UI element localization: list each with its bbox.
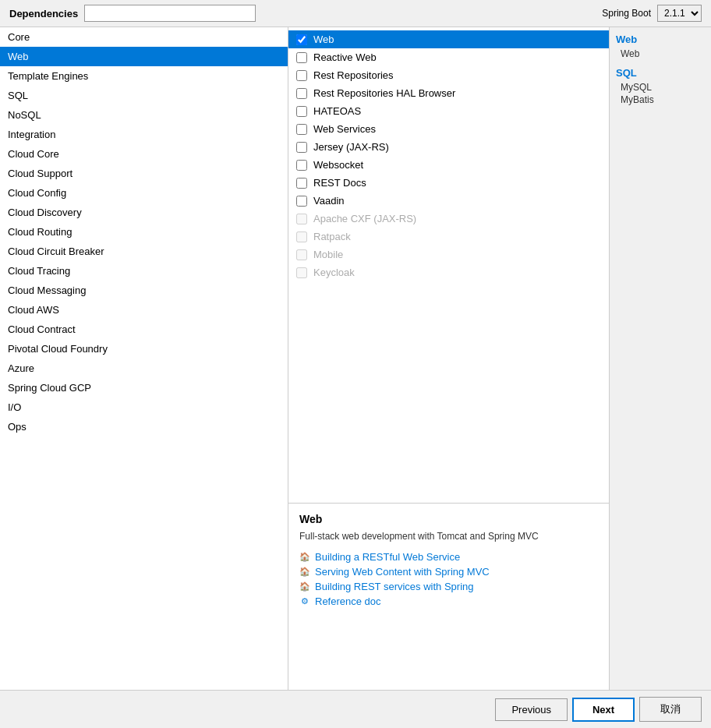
sidebar-item-cloud-contract[interactable]: Cloud Contract [0, 320, 288, 339]
sidebar-item-integration[interactable]: Integration [0, 125, 288, 144]
sidebar-item-template-engines[interactable]: Template Engines [0, 66, 288, 86]
sidebar-item-cloud-discovery[interactable]: Cloud Discovery [0, 203, 288, 222]
sidebar-item-cloud-core[interactable]: Cloud Core [0, 144, 288, 164]
dep-item-vaadin[interactable]: Vaadin [288, 192, 609, 210]
sidebar-item-nosql[interactable]: NoSQL [0, 105, 288, 125]
dep-label-rest-docs: REST Docs [313, 177, 366, 189]
dep-label-rest-repositories: Rest Repositories [313, 69, 394, 81]
dep-item-rest-docs[interactable]: REST Docs [288, 174, 609, 192]
dep-item-jersey[interactable]: Jersey (JAX-RS) [288, 138, 609, 156]
right-dep-tag: MySQL [616, 82, 705, 93]
sidebar-item-io[interactable]: I/O [0, 398, 288, 417]
dep-label-web-services: Web Services [313, 123, 376, 135]
sidebar-item-spring-cloud-gcp[interactable]: Spring Cloud GCP [0, 378, 288, 398]
dep-label-websocket: Websocket [313, 159, 363, 171]
info-link-label-rest-spring: Building REST services with Spring [315, 581, 474, 592]
dep-checkbox-websocket[interactable] [296, 160, 307, 171]
spring-boot-label: Spring Boot [602, 8, 651, 19]
info-link-label-mvc: Serving Web Content with Spring MVC [315, 566, 490, 578]
dep-item-web-services[interactable]: Web Services [288, 120, 609, 138]
dependencies-label: Dependencies [9, 8, 78, 19]
deps-list: WebReactive WebRest RepositoriesRest Rep… [288, 27, 609, 503]
sidebar-item-cloud-config[interactable]: Cloud Config [0, 183, 288, 203]
sidebar-item-cloud-routing[interactable]: Cloud Routing [0, 222, 288, 242]
sidebar-item-azure[interactable]: Azure [0, 359, 288, 378]
sidebar-item-cloud-aws[interactable]: Cloud AWS [0, 300, 288, 320]
dep-info: Web Full-stack web development with Tomc… [288, 503, 609, 690]
content-area: CoreWebTemplate EnginesSQLNoSQLIntegrati… [0, 27, 711, 690]
dep-label-apache-cxf: Apache CXF (JAX-RS) [313, 213, 416, 224]
dep-item-web[interactable]: Web [288, 30, 609, 48]
info-link-label-ref-doc: Reference doc [315, 595, 381, 607]
home-icon: 🏠 [299, 551, 310, 562]
dep-checkbox-rest-docs[interactable] [296, 178, 307, 189]
gear-icon: ⚙ [299, 595, 310, 606]
left-panel: CoreWebTemplate EnginesSQLNoSQLIntegrati… [0, 27, 288, 690]
dep-item-rest-repositories[interactable]: Rest Repositories [288, 66, 609, 84]
dep-item-hateoas[interactable]: HATEOAS [288, 102, 609, 120]
dep-label-keycloak: Keycloak [313, 267, 355, 278]
right-panel: WebWebSQLMySQLMyBatis [610, 27, 711, 690]
dep-item-keycloak[interactable]: Keycloak [288, 263, 609, 281]
dep-checkbox-rest-repositories-hal[interactable] [296, 88, 307, 99]
dep-checkbox-mobile [296, 249, 307, 260]
dep-item-apache-cxf[interactable]: Apache CXF (JAX-RS) [288, 210, 609, 228]
dep-item-ratpack[interactable]: Ratpack [288, 228, 609, 246]
dep-checkbox-reactive-web[interactable] [296, 52, 307, 63]
dep-checkbox-web-services[interactable] [296, 124, 307, 135]
header-row: Dependencies Spring Boot 2.1.1 [0, 0, 711, 27]
sidebar-item-cloud-circuit-breaker[interactable]: Cloud Circuit Breaker [0, 242, 288, 261]
sidebar-item-cloud-support[interactable]: Cloud Support [0, 164, 288, 183]
next-button[interactable]: Next [572, 698, 635, 722]
sidebar-item-web[interactable]: Web [0, 47, 288, 66]
right-dep-tag: MyBatis [616, 94, 705, 105]
right-section-web: WebWeb [616, 34, 705, 59]
dep-checkbox-ratpack [296, 231, 307, 242]
sidebar-item-sql[interactable]: SQL [0, 86, 288, 105]
info-link-ref-doc[interactable]: ⚙Reference doc [299, 595, 598, 607]
home-icon: 🏠 [299, 566, 310, 577]
right-section-sql: SQLMySQLMyBatis [616, 67, 705, 105]
info-link-label-restful: Building a RESTful Web Service [315, 551, 460, 563]
dep-checkbox-keycloak [296, 267, 307, 278]
sidebar-item-ops[interactable]: Ops [0, 417, 288, 436]
dep-item-rest-repositories-hal[interactable]: Rest Repositories HAL Browser [288, 84, 609, 102]
dep-label-mobile: Mobile [313, 249, 343, 260]
info-link-rest-spring[interactable]: 🏠Building REST services with Spring [299, 581, 598, 592]
search-input[interactable] [84, 5, 256, 22]
dep-label-ratpack: Ratpack [313, 231, 351, 242]
right-section-title-sql: SQL [616, 67, 705, 79]
dep-checkbox-rest-repositories[interactable] [296, 70, 307, 81]
cancel-button[interactable]: 取消 [639, 697, 702, 722]
dep-label-web: Web [313, 34, 334, 45]
sidebar-item-cloud-messaging[interactable]: Cloud Messaging [0, 281, 288, 300]
dep-label-vaadin: Vaadin [313, 195, 345, 207]
dep-checkbox-vaadin[interactable] [296, 196, 307, 207]
info-link-mvc[interactable]: 🏠Serving Web Content with Spring MVC [299, 566, 598, 578]
dep-item-websocket[interactable]: Websocket [288, 156, 609, 174]
dep-info-desc: Full-stack web development with Tomcat a… [299, 530, 598, 543]
dialog: Dependencies Spring Boot 2.1.1 CoreWebTe… [0, 0, 711, 728]
right-dep-tag: Web [616, 48, 705, 59]
right-section-title-web: Web [616, 34, 705, 45]
dep-item-reactive-web[interactable]: Reactive Web [288, 48, 609, 66]
dep-checkbox-hateoas[interactable] [296, 106, 307, 117]
sidebar-item-cloud-tracing[interactable]: Cloud Tracing [0, 261, 288, 281]
dep-checkbox-apache-cxf [296, 214, 307, 224]
dep-label-hateoas: HATEOAS [313, 105, 361, 117]
dep-info-links: 🏠Building a RESTful Web Service🏠Serving … [299, 551, 598, 607]
dep-checkbox-web[interactable] [296, 34, 307, 45]
bottom-bar: Previous Next 取消 [0, 690, 711, 728]
spring-boot-version-select[interactable]: 2.1.1 [657, 5, 702, 22]
dep-label-rest-repositories-hal: Rest Repositories HAL Browser [313, 87, 455, 99]
sidebar-item-core[interactable]: Core [0, 27, 288, 47]
dep-label-jersey: Jersey (JAX-RS) [313, 141, 389, 153]
dep-label-reactive-web: Reactive Web [313, 51, 377, 63]
info-link-restful[interactable]: 🏠Building a RESTful Web Service [299, 551, 598, 563]
dep-item-mobile[interactable]: Mobile [288, 246, 609, 263]
sidebar-item-pivotal-cloud-foundry[interactable]: Pivotal Cloud Foundry [0, 339, 288, 359]
middle-panel: WebReactive WebRest RepositoriesRest Rep… [288, 27, 610, 690]
dep-checkbox-jersey[interactable] [296, 142, 307, 153]
dep-info-title: Web [299, 513, 598, 525]
previous-button[interactable]: Previous [495, 698, 568, 721]
